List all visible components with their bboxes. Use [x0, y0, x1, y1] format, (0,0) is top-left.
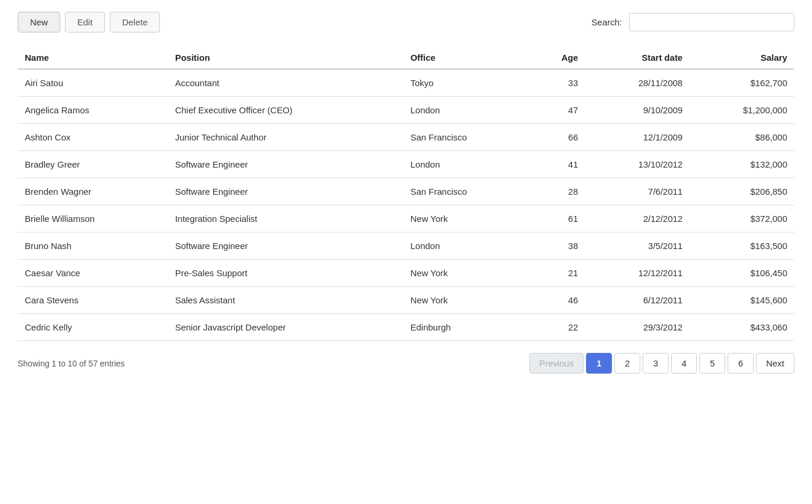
table-row[interactable]: Bradley GreerSoftware EngineerLondon4113…: [18, 151, 794, 178]
cell-age: 22: [530, 314, 585, 341]
cell-age: 38: [530, 233, 585, 260]
page-1-button[interactable]: 1: [586, 353, 612, 374]
page-3-button[interactable]: 3: [643, 353, 669, 374]
cell-age: 66: [530, 124, 585, 151]
col-header-salary: Salary: [690, 47, 794, 69]
cell-name: Brenden Wagner: [18, 178, 168, 205]
cell-office: Tokyo: [403, 69, 529, 97]
cell-name: Airi Satou: [18, 69, 168, 97]
cell-office: San Francisco: [403, 124, 529, 151]
cell-name: Angelica Ramos: [18, 97, 168, 124]
cell-start_date: 12/12/2011: [585, 260, 690, 287]
page-4-button[interactable]: 4: [671, 353, 697, 374]
cell-start_date: 3/5/2011: [585, 233, 690, 260]
table-row[interactable]: Cara StevensSales AssistantNew York466/1…: [18, 287, 794, 314]
cell-office: New York: [403, 205, 529, 233]
table-row[interactable]: Brenden WagnerSoftware EngineerSan Franc…: [18, 178, 794, 205]
pagination: Previous 1 2 3 4 5 6 Next: [529, 353, 794, 374]
search-label: Search:: [591, 17, 622, 27]
previous-button[interactable]: Previous: [529, 353, 584, 374]
next-button[interactable]: Next: [756, 353, 794, 374]
cell-salary: $1,200,000: [690, 97, 794, 124]
cell-name: Bradley Greer: [18, 151, 168, 178]
header-row: Name Position Office Age Start date Sala…: [18, 47, 794, 69]
cell-name: Bruno Nash: [18, 233, 168, 260]
cell-position: Pre-Sales Support: [168, 260, 404, 287]
cell-start_date: 12/1/2009: [585, 124, 690, 151]
cell-salary: $132,000: [690, 151, 794, 178]
cell-position: Sales Assistant: [168, 287, 404, 314]
cell-position: Accountant: [168, 69, 404, 97]
cell-name: Brielle Williamson: [18, 205, 168, 233]
toolbar-left: New Edit Delete: [18, 12, 160, 32]
page-2-button[interactable]: 2: [614, 353, 640, 374]
cell-age: 28: [530, 178, 585, 205]
col-header-office: Office: [403, 47, 529, 69]
col-header-position: Position: [168, 47, 404, 69]
cell-age: 61: [530, 205, 585, 233]
cell-salary: $86,000: [690, 124, 794, 151]
table-row[interactable]: Caesar VancePre-Sales SupportNew York211…: [18, 260, 794, 287]
edit-button[interactable]: Edit: [65, 12, 105, 32]
cell-name: Cara Stevens: [18, 287, 168, 314]
col-header-name: Name: [18, 47, 168, 69]
col-header-age: Age: [530, 47, 585, 69]
footer: Showing 1 to 10 of 57 entries Previous 1…: [18, 353, 794, 374]
cell-start_date: 28/11/2008: [585, 69, 690, 97]
cell-position: Software Engineer: [168, 233, 404, 260]
cell-age: 46: [530, 287, 585, 314]
cell-salary: $106,450: [690, 260, 794, 287]
cell-office: Edinburgh: [403, 314, 529, 341]
table-body: Airi SatouAccountantTokyo3328/11/2008$16…: [18, 69, 794, 341]
cell-age: 47: [530, 97, 585, 124]
cell-age: 33: [530, 69, 585, 97]
cell-office: London: [403, 97, 529, 124]
table-row[interactable]: Cedric KellySenior Javascript DeveloperE…: [18, 314, 794, 341]
cell-office: London: [403, 233, 529, 260]
cell-age: 41: [530, 151, 585, 178]
table-row[interactable]: Angelica RamosChief Executive Officer (C…: [18, 97, 794, 124]
table-row[interactable]: Ashton CoxJunior Technical AuthorSan Fra…: [18, 124, 794, 151]
table-header: Name Position Office Age Start date Sala…: [18, 47, 794, 69]
cell-start_date: 7/6/2011: [585, 178, 690, 205]
cell-start_date: 2/12/2012: [585, 205, 690, 233]
cell-name: Cedric Kelly: [18, 314, 168, 341]
toolbar-right: Search:: [591, 13, 794, 31]
cell-office: San Francisco: [403, 178, 529, 205]
page-6-button[interactable]: 6: [728, 353, 754, 374]
toolbar: New Edit Delete Search:: [18, 12, 794, 32]
cell-start_date: 29/3/2012: [585, 314, 690, 341]
cell-name: Ashton Cox: [18, 124, 168, 151]
cell-position: Senior Javascript Developer: [168, 314, 404, 341]
cell-position: Software Engineer: [168, 151, 404, 178]
cell-salary: $206,850: [690, 178, 794, 205]
cell-office: London: [403, 151, 529, 178]
table-row[interactable]: Bruno NashSoftware EngineerLondon383/5/2…: [18, 233, 794, 260]
col-header-start-date: Start date: [585, 47, 690, 69]
cell-salary: $145,600: [690, 287, 794, 314]
cell-start_date: 13/10/2012: [585, 151, 690, 178]
cell-start_date: 6/12/2011: [585, 287, 690, 314]
cell-salary: $162,700: [690, 69, 794, 97]
showing-text: Showing 1 to 10 of 57 entries: [18, 359, 125, 368]
cell-age: 21: [530, 260, 585, 287]
cell-salary: $163,500: [690, 233, 794, 260]
cell-name: Caesar Vance: [18, 260, 168, 287]
table-row[interactable]: Brielle WilliamsonIntegration Specialist…: [18, 205, 794, 233]
cell-salary: $372,000: [690, 205, 794, 233]
cell-position: Integration Specialist: [168, 205, 404, 233]
delete-button[interactable]: Delete: [110, 12, 160, 32]
cell-position: Junior Technical Author: [168, 124, 404, 151]
cell-office: New York: [403, 287, 529, 314]
cell-position: Chief Executive Officer (CEO): [168, 97, 404, 124]
table-row[interactable]: Airi SatouAccountantTokyo3328/11/2008$16…: [18, 69, 794, 97]
search-input[interactable]: [629, 13, 794, 31]
cell-position: Software Engineer: [168, 178, 404, 205]
cell-salary: $433,060: [690, 314, 794, 341]
data-table: Name Position Office Age Start date Sala…: [18, 47, 794, 341]
new-button[interactable]: New: [18, 12, 60, 32]
page-5-button[interactable]: 5: [699, 353, 725, 374]
cell-start_date: 9/10/2009: [585, 97, 690, 124]
cell-office: New York: [403, 260, 529, 287]
